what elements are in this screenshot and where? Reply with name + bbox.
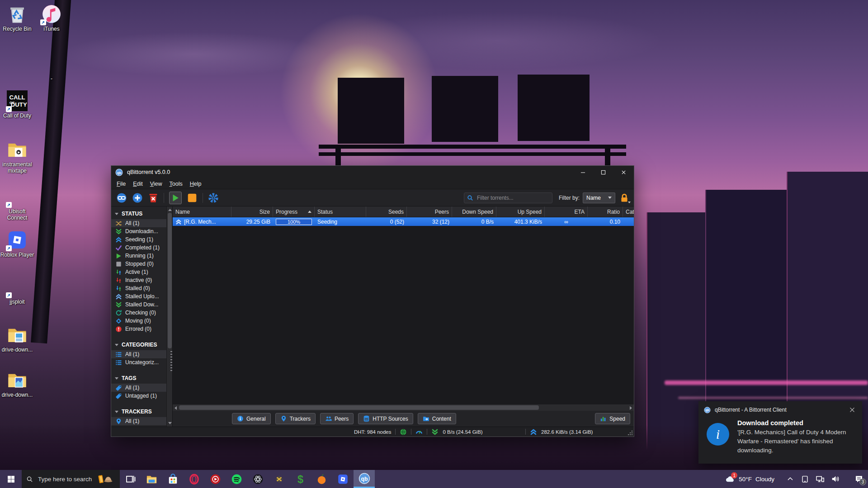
scroll-left-arrow-icon[interactable]	[175, 406, 177, 410]
desktop-icon-call-of-duty[interactable]: CALLOFDUTY Call of Duty	[0, 90, 34, 119]
tab-trackers[interactable]: Trackers	[275, 413, 316, 424]
action-center-icon[interactable]: 3	[854, 474, 863, 483]
taskbar-app-ms-store[interactable]	[162, 470, 184, 488]
resume-button[interactable]	[169, 192, 182, 204]
desktop-icon-recycle-bin[interactable]: Recycle Bin	[0, 4, 34, 32]
taskbar-search-box[interactable]	[22, 470, 120, 488]
scrollbar-thumb[interactable]	[168, 213, 172, 348]
start-button[interactable]	[0, 470, 22, 488]
column-header-name[interactable]: Name	[173, 206, 231, 217]
scroll-right-arrow-icon[interactable]	[630, 406, 632, 410]
tags-section-header[interactable]: TAGS	[111, 373, 172, 384]
sidebar-item-all[interactable]: All (1)	[111, 219, 172, 227]
sidebar-item-running[interactable]: Running (1)	[111, 252, 172, 260]
column-header-category[interactable]: Cat	[623, 206, 634, 217]
volume-icon[interactable]	[831, 474, 840, 483]
sidebar-item-inactive[interactable]: Inactive (0)	[111, 276, 172, 284]
sidebar-item-stopped[interactable]: Stopped (0)	[111, 260, 172, 268]
sidebar-item-categories-all[interactable]: All (1)	[111, 350, 172, 358]
desktop-icon-instramental-mixtape[interactable]: instramental mixtape	[0, 139, 34, 174]
horizontal-scrollbar[interactable]	[173, 404, 634, 411]
categories-section-header[interactable]: CATEGORIES	[111, 339, 172, 350]
desktop-icon-itunes[interactable]: iTunes	[34, 4, 69, 32]
options-button[interactable]	[208, 192, 219, 203]
resize-grip[interactable]	[627, 430, 633, 436]
menu-view[interactable]: View	[146, 180, 166, 188]
maximize-button[interactable]	[593, 166, 613, 178]
add-torrent-file-button[interactable]	[132, 192, 143, 203]
minimize-button[interactable]	[573, 166, 593, 178]
desktop-icon-dash[interactable]: -	[34, 53, 69, 82]
sidebar-item-errored[interactable]: Errored (0)	[111, 325, 172, 333]
search-highlight-decoration-icon[interactable]	[96, 473, 115, 485]
taskbar-search-input[interactable]	[37, 475, 96, 483]
tab-content[interactable]: Content	[418, 413, 456, 424]
taskbar-app-fl-studio[interactable]	[311, 470, 332, 488]
sidebar-item-stalled-downloading[interactable]: Stalled Dow...	[111, 300, 172, 309]
notification-toast[interactable]: qb qBittorrent - A Bittorrent Client i D…	[698, 401, 862, 464]
tray-expand-chevron-icon[interactable]	[786, 475, 794, 483]
desktop-icon-jjsploit[interactable]: jjsploit	[0, 277, 34, 305]
sidebar-item-moving[interactable]: Moving (0)	[111, 317, 172, 325]
speed-widget-button[interactable]: Speed	[595, 413, 630, 424]
sidebar-item-active[interactable]: Active (1)	[111, 268, 172, 276]
sidebar-item-untagged[interactable]: Untagged (1)	[111, 392, 172, 400]
window-titlebar[interactable]: qb qBittorrent v5.0.0	[111, 166, 634, 178]
add-torrent-link-button[interactable]	[116, 192, 127, 203]
delete-torrent-button[interactable]	[148, 192, 159, 203]
taskbar-app-file-explorer[interactable]	[141, 470, 162, 488]
column-header-progress[interactable]: Progress	[273, 206, 315, 217]
menu-tools[interactable]: Tools	[166, 180, 186, 188]
toast-close-button[interactable]	[849, 406, 857, 413]
sidebar-scrollbar[interactable]	[166, 206, 172, 427]
splitter-handle[interactable]	[170, 351, 172, 372]
tab-peers[interactable]: Peers	[320, 413, 354, 424]
column-header-ratio[interactable]: Ratio	[588, 206, 623, 217]
sidebar-item-stalled[interactable]: Stalled (0)	[111, 284, 172, 292]
column-header-status[interactable]: Status	[315, 206, 366, 217]
taskbar-app-dollar[interactable]: $	[290, 470, 311, 488]
sidebar-item-downloading[interactable]: Downloadin...	[111, 227, 172, 235]
sidebar-item-stalled-uploading[interactable]: Stalled Uplo...	[111, 292, 172, 300]
taskbar-app-atom[interactable]	[247, 470, 269, 488]
weather-widget[interactable]: 1 50°F Cloudy	[725, 474, 774, 484]
column-header-peers[interactable]: Peers	[407, 206, 452, 217]
sidebar-item-trackers-all[interactable]: All (1)	[111, 417, 172, 425]
menu-file[interactable]: File	[113, 180, 129, 188]
sidebar-item-seeding[interactable]: Seeding (1)	[111, 235, 172, 244]
desktop-icon-drive-down-2[interactable]: drive-down...	[0, 370, 34, 398]
column-header-up-speed[interactable]: Up Speed	[496, 206, 545, 217]
sidebar-item-checking[interactable]: Checking (0)	[111, 309, 172, 317]
lock-button[interactable]	[619, 192, 629, 203]
column-header-seeds[interactable]: Seeds	[366, 206, 407, 217]
column-header-size[interactable]: Size	[231, 206, 273, 217]
desktop-icon-ubisoft-connect[interactable]: Ubisoft Connect	[0, 186, 34, 221]
column-header-down-speed[interactable]: Down Speed	[452, 206, 496, 217]
desktop-icon-roblox-player[interactable]: Roblox Player	[0, 230, 34, 258]
taskbar-app-qbittorrent-active[interactable]: qb	[354, 470, 375, 488]
torrent-filter-input[interactable]	[476, 194, 549, 202]
desktop-icon-drive-down-1[interactable]: drive-down...	[0, 324, 34, 353]
sidebar-item-uncategorized[interactable]: Uncategoriz...	[111, 358, 172, 366]
torrent-row-selected[interactable]: [R.G. Mech... 29.25 GiB 100% Seeding 0 (…	[173, 217, 634, 226]
menu-help[interactable]: Help	[186, 180, 205, 188]
sidebar-item-tags-all[interactable]: All (1)	[111, 384, 172, 392]
status-section-header[interactable]: STATUS	[111, 208, 172, 219]
scrollbar-thumb[interactable]	[179, 405, 539, 410]
taskbar-app-roblox[interactable]	[332, 470, 354, 488]
torrent-filter-field[interactable]	[464, 192, 552, 203]
tablet-mode-icon[interactable]	[801, 475, 809, 483]
tab-http-sources[interactable]: HTTP Sources	[358, 413, 413, 424]
column-header-eta[interactable]: ETA	[545, 206, 588, 217]
speed-limit-gauge-icon[interactable]	[415, 428, 423, 436]
taskbar-app-x[interactable]	[269, 470, 290, 488]
filter-by-dropdown[interactable]: Name	[583, 192, 615, 203]
taskbar-app-opera[interactable]	[184, 470, 205, 488]
taskbar-app-media-player[interactable]	[205, 470, 226, 488]
sidebar-item-completed[interactable]: Completed (1)	[111, 244, 172, 252]
close-button[interactable]	[613, 166, 634, 178]
tab-general[interactable]: General	[232, 413, 271, 424]
connection-globe-icon[interactable]	[400, 428, 407, 436]
table-empty-area[interactable]	[173, 226, 634, 404]
trackers-section-header[interactable]: TRACKERS	[111, 406, 172, 417]
